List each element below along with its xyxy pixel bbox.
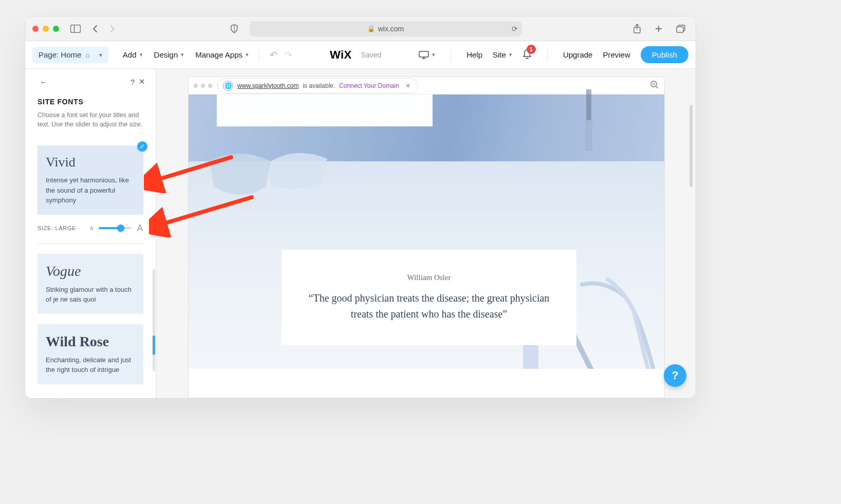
panel-title: SITE FONTS [25, 88, 156, 111]
font-size-slider[interactable] [99, 227, 132, 229]
page-footer-placeholder [189, 369, 664, 398]
dismiss-domain-banner[interactable]: ✕ [403, 82, 413, 89]
lower-section: William Osler “The good physician treats… [189, 161, 664, 398]
svg-rect-8 [419, 51, 428, 57]
slider-thumb[interactable] [117, 225, 124, 232]
back-icon[interactable]: ← [38, 76, 49, 88]
sidebar-toggle-icon[interactable] [67, 23, 84, 35]
svg-line-12 [656, 86, 658, 88]
desktop-icon [419, 51, 429, 59]
viewport-switch[interactable]: ▾ [419, 51, 435, 59]
tabs-overview-icon[interactable] [673, 23, 688, 35]
domain-available-text: is available. [303, 82, 335, 89]
browser-toolbar: 🔒 wix.com ⟳ [25, 16, 696, 41]
canvas-scrollbar[interactable] [689, 105, 693, 187]
quote-author: William Osler [407, 273, 451, 282]
minimize-window-button[interactable] [43, 26, 49, 32]
window-traffic-lights [32, 26, 59, 32]
font-card-list: ✓ Vivid Intense yet harmonious, like the… [25, 135, 156, 398]
size-label: SIZE: LARGE [38, 225, 76, 231]
forward-button[interactable] [106, 23, 119, 35]
undo-button[interactable]: ↶ [270, 49, 277, 61]
font-card-vivid[interactable]: ✓ Vivid Intense yet harmonious, like the… [38, 145, 143, 215]
wix-logo: WiX [330, 48, 352, 62]
home-icon: ⌂ [85, 51, 89, 59]
preview-traffic-dots [194, 84, 212, 88]
connect-domain-link[interactable]: Connect Your Domain [339, 82, 399, 89]
undo-redo: ↶ ↷ [270, 49, 292, 61]
privacy-shield-icon[interactable] [227, 22, 241, 35]
site-fonts-panel: ← ? ✕ SITE FONTS Choose a font set for y… [25, 69, 156, 398]
editor-body: ← ? ✕ SITE FONTS Choose a font set for y… [25, 69, 696, 398]
svg-rect-0 [71, 25, 81, 32]
quote-card[interactable]: William Osler “The good physician treats… [282, 250, 576, 345]
nav-upgrade[interactable]: Upgrade [563, 50, 593, 59]
hero-overlay-card [217, 95, 433, 126]
address-bar[interactable]: 🔒 wix.com ⟳ [250, 21, 522, 36]
svg-rect-14 [586, 89, 591, 120]
large-a-icon: A [137, 223, 143, 234]
notifications-button[interactable]: 1 [522, 49, 532, 61]
quote-text: “The good physician treats the disease; … [307, 290, 551, 322]
nav-site[interactable]: Site▾ [493, 50, 512, 59]
panel-description: Choose a font set for your titles and te… [25, 111, 156, 135]
collar-decoration [209, 146, 363, 208]
publish-button[interactable]: Publish [641, 46, 688, 63]
small-a-icon: A [90, 226, 94, 231]
nav-design[interactable]: Design▾ [154, 50, 184, 59]
nav-manage-apps[interactable]: Manage Apps▾ [195, 50, 249, 59]
nav-add[interactable]: Add▾ [123, 50, 143, 59]
redo-button[interactable]: ↷ [285, 49, 292, 61]
site-preview-frame: 🌐 www.sparklytooth.com is available. Con… [188, 77, 665, 398]
editor-toolbar: Page: Home ⌂ ▾ Add▾ Design▾ Manage Apps▾… [25, 41, 696, 69]
svg-rect-15 [585, 120, 592, 151]
zoom-icon[interactable] [650, 80, 659, 91]
domain-banner: 🌐 www.sparklytooth.com is available. Con… [217, 78, 418, 94]
font-card-title: Vogue [46, 263, 135, 279]
font-card-vogue[interactable]: Vogue Striking glamour with a touch of j… [38, 254, 143, 314]
scrollbar-thumb[interactable] [153, 335, 155, 355]
browser-window: 🔒 wix.com ⟳ Page: Home ⌂ ▾ Add▾ Design▾ [25, 16, 696, 399]
help-fab[interactable]: ? [664, 364, 686, 387]
page-selector[interactable]: Page: Home ⌂ ▾ [32, 47, 108, 63]
nav-preview[interactable]: Preview [603, 50, 630, 59]
refresh-icon[interactable]: ⟳ [512, 25, 518, 33]
domain-url[interactable]: www.sparklytooth.com [237, 82, 298, 89]
close-icon[interactable]: ✕ [137, 75, 147, 88]
zoom-window-button[interactable] [53, 26, 59, 32]
font-card-desc: Intense yet harmonious, like the sound o… [46, 175, 135, 206]
share-icon[interactable] [630, 22, 644, 36]
globe-icon: 🌐 [223, 81, 233, 91]
pen-decoration [577, 89, 603, 156]
notification-badge: 1 [527, 45, 536, 54]
nav-help[interactable]: Help [466, 50, 482, 59]
font-card-title: Wild Rose [46, 333, 135, 350]
svg-rect-7 [677, 27, 683, 32]
saved-status: Saved [361, 51, 382, 59]
font-card-title: Vivid [46, 155, 135, 170]
site-stage[interactable]: William Osler “The good physician treats… [189, 95, 664, 398]
chevron-down-icon: ▾ [99, 51, 102, 59]
font-card-desc: Enchanting, delicate and just the right … [46, 355, 135, 375]
size-slider-row: SIZE: LARGE A A [38, 223, 143, 244]
font-card-wild-rose[interactable]: Wild Rose Enchanting, delicate and just … [38, 324, 143, 384]
font-card-desc: Striking glamour with a touch of je ne s… [46, 285, 135, 305]
editor-canvas: 🌐 www.sparklytooth.com is available. Con… [156, 69, 696, 398]
help-icon[interactable]: ? [128, 76, 137, 88]
top-nav: Add▾ Design▾ Manage Apps▾ [123, 50, 249, 59]
url-text: wix.com [378, 25, 404, 33]
close-window-button[interactable] [32, 26, 39, 32]
selected-check-icon: ✓ [137, 141, 147, 152]
panel-scrollbar[interactable] [153, 269, 155, 371]
new-tab-icon[interactable] [651, 23, 666, 35]
back-button[interactable] [89, 23, 101, 35]
page-label: Page: Home [39, 50, 81, 59]
lock-icon: 🔒 [367, 25, 375, 32]
